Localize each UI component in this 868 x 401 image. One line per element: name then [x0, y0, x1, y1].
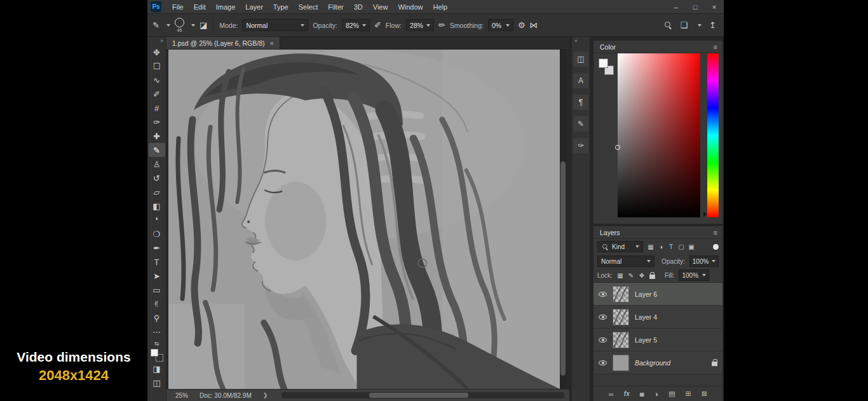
- brush-settings-panel-icon[interactable]: ✎: [573, 116, 588, 132]
- toolbar-collapse-icon[interactable]: »: [160, 37, 166, 45]
- layer-opacity-select[interactable]: 100%: [689, 255, 719, 267]
- zoom-tool[interactable]: ⚲: [149, 311, 165, 325]
- smoothing-select[interactable]: 0%: [488, 19, 513, 31]
- layer-effects-icon[interactable]: fx: [624, 390, 630, 397]
- filter-type-layers-icon[interactable]: T: [667, 243, 675, 250]
- opacity-select[interactable]: 82%: [342, 19, 370, 31]
- search-icon[interactable]: [664, 21, 672, 29]
- menu-file[interactable]: File: [167, 0, 189, 14]
- panel-menu-icon[interactable]: ≡: [714, 229, 722, 236]
- mode-select[interactable]: Normal: [242, 19, 308, 31]
- swap-colors-icon[interactable]: ⇆: [154, 341, 159, 347]
- fill-select[interactable]: 100%: [679, 269, 709, 281]
- blur-tool[interactable]: ❛: [149, 213, 165, 227]
- tool-preset-chevron-icon[interactable]: [166, 24, 170, 27]
- paint-symmetry-icon[interactable]: ⋈: [530, 20, 538, 30]
- airbrush-flow-icon[interactable]: ✏: [438, 20, 445, 30]
- hand-tool[interactable]: ✌: [149, 297, 165, 311]
- move-tool[interactable]: ✥: [149, 45, 165, 59]
- flow-select[interactable]: 28%: [406, 19, 434, 31]
- smoothing-gear-icon[interactable]: ⚙: [518, 20, 526, 30]
- layers-panel-tab[interactable]: Layers: [593, 229, 627, 236]
- gradient-tool[interactable]: ◧: [149, 199, 165, 213]
- panel-menu-icon[interactable]: ≡: [714, 43, 722, 51]
- workspace-switcher-icon[interactable]: ❏: [680, 20, 688, 30]
- menu-view[interactable]: View: [368, 0, 393, 14]
- layer-mask-icon[interactable]: ◙: [640, 390, 644, 398]
- blend-mode-select[interactable]: Normal: [597, 255, 654, 267]
- layer-row-background[interactable]: Background: [593, 351, 722, 374]
- type-tool[interactable]: T: [149, 255, 165, 269]
- airbrush-opacity-icon[interactable]: ✐: [374, 20, 381, 30]
- foreground-color-swatch[interactable]: [599, 58, 608, 68]
- layer-thumbnail[interactable]: [613, 309, 629, 325]
- layer-row-layer-5[interactable]: Layer 5: [593, 329, 722, 351]
- layer-row-layer-4[interactable]: Layer 4: [593, 306, 722, 329]
- layer-thumbnail[interactable]: [613, 286, 629, 302]
- status-chevron-icon[interactable]: ❯: [263, 392, 268, 398]
- lasso-tool[interactable]: ∿: [149, 73, 165, 87]
- visibility-eye-icon[interactable]: [599, 292, 607, 297]
- canvas-painting[interactable]: [168, 50, 560, 389]
- delete-layer-icon[interactable]: ⊠: [702, 390, 707, 398]
- color-field-cursor[interactable]: [615, 145, 620, 150]
- filter-pixel-layers-icon[interactable]: ▦: [646, 243, 655, 250]
- visibility-eye-icon[interactable]: [599, 337, 607, 343]
- filter-shape-layers-icon[interactable]: ▢: [677, 243, 686, 250]
- screen-mode-button[interactable]: ◫: [149, 376, 165, 390]
- layer-thumbnail[interactable]: [613, 332, 629, 348]
- foreground-background-swatches[interactable]: [151, 349, 163, 362]
- minimize-button[interactable]: –: [667, 0, 686, 13]
- quick-selection-tool[interactable]: ✐: [149, 87, 165, 101]
- document-tab[interactable]: 1.psd @ 25% (Layer 6, RGB/8) ×: [166, 37, 280, 49]
- history-brush-tool[interactable]: ↺: [149, 171, 165, 185]
- link-layers-icon[interactable]: ∞: [609, 390, 614, 398]
- menu-layer[interactable]: Layer: [240, 0, 268, 14]
- brush-tool[interactable]: ✎: [149, 143, 165, 157]
- clone-stamp-tool[interactable]: ♙: [149, 157, 165, 171]
- close-button[interactable]: ×: [705, 0, 724, 13]
- zoom-level[interactable]: 25%: [175, 392, 188, 399]
- libraries-panel-icon[interactable]: ◫: [573, 51, 588, 67]
- adjustment-layer-icon[interactable]: ◑: [654, 390, 658, 398]
- eyedropper-tool[interactable]: ✑: [149, 115, 165, 129]
- lock-position-icon[interactable]: ✥: [637, 272, 646, 279]
- hue-slider-marker[interactable]: [703, 212, 707, 217]
- eraser-tool[interactable]: ▱: [149, 185, 165, 199]
- visibility-eye-icon[interactable]: [599, 360, 607, 365]
- maximize-button[interactable]: □: [686, 0, 705, 13]
- visibility-eye-icon[interactable]: [599, 315, 607, 320]
- layer-row-layer-6[interactable]: Layer 6: [593, 283, 722, 306]
- brush-tool-preset-icon[interactable]: ✎: [153, 20, 159, 30]
- brush-picker-chevron-icon[interactable]: [191, 24, 195, 27]
- menu-edit[interactable]: Edit: [189, 0, 211, 14]
- quick-mask-button[interactable]: ◨: [149, 362, 165, 376]
- marquee-tool[interactable]: ☐: [149, 59, 165, 73]
- brushes-panel-icon[interactable]: ✑: [573, 138, 588, 153]
- horizontal-scrollbar[interactable]: [281, 392, 564, 398]
- lock-all-icon[interactable]: [649, 275, 655, 279]
- color-panel-tab[interactable]: Color: [593, 43, 622, 51]
- brush-settings-toggle-icon[interactable]: ◪: [200, 20, 207, 30]
- filter-smart-objects-icon[interactable]: ▣: [687, 243, 696, 250]
- pen-tool[interactable]: ✒: [149, 241, 165, 255]
- menu-3d[interactable]: 3D: [349, 0, 368, 14]
- crop-tool[interactable]: #: [149, 101, 165, 115]
- character-panel-icon[interactable]: A: [573, 73, 588, 88]
- new-layer-icon[interactable]: ⊞: [686, 390, 691, 398]
- rectangle-tool[interactable]: ▭: [149, 283, 165, 297]
- menu-select[interactable]: Select: [294, 0, 323, 14]
- brush-preset-picker[interactable]: 45: [175, 18, 184, 32]
- dodge-tool[interactable]: ❍: [149, 227, 165, 241]
- lock-transparency-icon[interactable]: ▦: [616, 272, 625, 279]
- healing-brush-tool[interactable]: ✚: [149, 129, 165, 143]
- workspace-chevron-icon[interactable]: [698, 24, 702, 27]
- lock-pixels-icon[interactable]: ✎: [627, 272, 635, 279]
- dock-collapse-icon[interactable]: «: [572, 37, 578, 45]
- hue-slider[interactable]: [707, 53, 719, 217]
- paragraph-panel-icon[interactable]: ¶: [573, 95, 588, 110]
- horizontal-scrollbar-thumb[interactable]: [369, 393, 468, 398]
- menu-image[interactable]: Image: [211, 0, 241, 14]
- menu-type[interactable]: Type: [268, 0, 294, 14]
- menu-filter[interactable]: Filter: [323, 0, 348, 14]
